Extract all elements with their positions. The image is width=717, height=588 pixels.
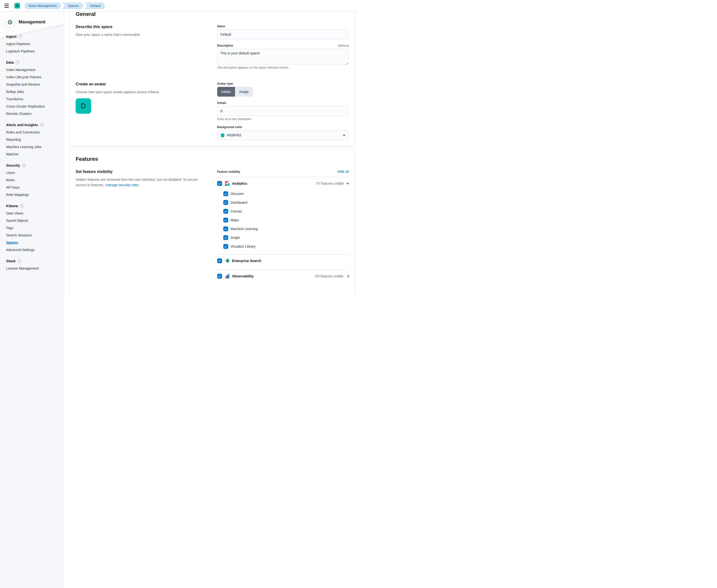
initials-label: Initials (217, 101, 226, 105)
nav-section-kibana: Kibana ? Data Views Saved Objects Tags S… (6, 204, 61, 253)
help-icon[interactable]: ? (18, 259, 21, 263)
feature-group-observability: Observability 5/5 features visible (217, 270, 349, 281)
feature-group-name: Enterprise Search (232, 259, 261, 263)
section-label: Kibana (6, 204, 18, 208)
sidebar-item-users[interactable]: Users (6, 169, 61, 176)
sidebar-item-roles[interactable]: Roles (6, 176, 61, 184)
describe-space-heading: Describe this space (76, 25, 207, 29)
general-panel: General Describe this space Give your sp… (69, 5, 355, 146)
graph-checkbox[interactable] (223, 235, 228, 240)
enterprise-search-checkbox[interactable] (217, 258, 222, 263)
sidebar-item-api-keys[interactable]: API keys (6, 184, 61, 191)
sidebar-nav: Ingest ? Ingest Pipelines Logstash Pipel… (0, 28, 64, 272)
analytics-sub-features: Discover Dashboard Canvas Maps Machine L… (217, 189, 349, 251)
space-avatar[interactable]: D (14, 3, 20, 8)
help-icon[interactable]: ? (16, 61, 19, 64)
avatar-type-button-group: Initials Image (217, 87, 253, 97)
section-label: Alerts and Insights (6, 123, 38, 127)
canvas-checkbox[interactable] (223, 209, 228, 214)
help-icon[interactable]: ? (22, 164, 26, 167)
discover-checkbox[interactable] (223, 191, 228, 196)
analytics-checkbox[interactable] (217, 181, 222, 186)
manage-security-roles-link[interactable]: manage security roles (105, 183, 139, 187)
menu-icon[interactable] (4, 3, 9, 9)
sub-feature-label: Maps (231, 218, 239, 222)
sidebar-item-logstash-pipelines[interactable]: Logstash Pipelines (6, 47, 61, 55)
section-label: Stack (6, 259, 16, 263)
optional-label: Optional (338, 44, 349, 47)
help-icon[interactable]: ? (20, 204, 23, 208)
sidebar-item-license-management[interactable]: License Management (6, 265, 61, 272)
help-icon[interactable]: ? (40, 123, 44, 127)
avatar-preview: D (76, 98, 91, 114)
sidebar-item-advanced-settings[interactable]: Advanced Settings (6, 246, 61, 253)
dashboard-checkbox[interactable] (223, 200, 228, 205)
create-avatar-text: Choose how your space avatar appears acr… (76, 89, 207, 94)
sub-feature-label: Discover (231, 192, 244, 196)
avatar-type-initials-button[interactable]: Initials (217, 87, 235, 97)
sidebar-item-saved-objects[interactable]: Saved Objects (6, 217, 61, 224)
nav-section-stack: Stack ? License Management (6, 259, 61, 272)
sidebar-item-search-sessions[interactable]: Search Sessions (6, 232, 61, 239)
enterprise-search-app-icon (225, 258, 230, 263)
feature-group-name: Analytics (232, 182, 247, 185)
visualize-library-checkbox[interactable] (223, 244, 228, 249)
sidebar-item-watcher[interactable]: Watcher (6, 150, 61, 158)
nav-section-ingest: Ingest ? Ingest Pipelines Logstash Pipel… (6, 35, 61, 55)
sidebar-item-remote-clusters[interactable]: Remote Clusters (6, 110, 61, 117)
sidebar-item-role-mappings[interactable]: Role Mappings (6, 191, 61, 198)
hide-all-link[interactable]: Hide all (337, 170, 349, 173)
sidebar-item-rollup-jobs[interactable]: Rollup Jobs (6, 88, 61, 96)
chevron-down-icon (343, 133, 345, 136)
sidebar-title: Management (19, 20, 45, 25)
avatar-type-image-button[interactable]: Image (235, 87, 253, 97)
sidebar-item-transforms[interactable]: Transforms (6, 96, 61, 103)
sidebar-item-data-views[interactable]: Data Views (6, 210, 61, 217)
background-color-select[interactable]: #00BFB3 (217, 130, 349, 140)
feature-visibility-label: Feature visibility (217, 170, 240, 173)
maps-checkbox[interactable] (223, 218, 228, 223)
analytics-app-icon (225, 181, 230, 186)
sidebar-item-rules-and-connectors[interactable]: Rules and Connectors (6, 129, 61, 136)
observability-checkbox[interactable] (217, 274, 222, 279)
feature-group-analytics: Analytics 7/7 features visible (217, 177, 349, 189)
help-icon[interactable]: ? (19, 35, 22, 39)
nav-section-alerts-insights: Alerts and Insights ? Rules and Connecto… (6, 123, 61, 158)
breadcrumb: Stack Management Spaces Default (24, 2, 105, 9)
observability-feature-count: 5/5 features visible (315, 274, 343, 278)
sidebar-item-index-management[interactable]: Index Management (6, 66, 61, 74)
feature-group-enterprise-search: Enterprise Search (217, 254, 349, 266)
set-feature-visibility-heading: Set feature visibility (76, 170, 207, 174)
sidebar-item-reporting[interactable]: Reporting (6, 136, 61, 143)
space-description-textarea[interactable]: This is your default space! (217, 49, 349, 64)
sidebar-item-snapshot-and-restore[interactable]: Snapshot and Restore (6, 81, 61, 88)
machine-learning-checkbox[interactable] (223, 226, 228, 231)
sidebar-item-index-lifecycle-policies[interactable]: Index Lifecycle Policies (6, 74, 61, 81)
sidebar-item-spaces[interactable]: Spaces (6, 239, 61, 246)
sidebar-item-ingest-pipelines[interactable]: Ingest Pipelines (6, 40, 61, 47)
chevron-right-icon (346, 275, 349, 277)
observability-features-toggle[interactable]: 5/5 features visible (315, 274, 349, 278)
describe-space-text: Give your space a name that's memorable. (76, 32, 207, 37)
space-name-input[interactable] (217, 29, 349, 39)
initials-input[interactable] (217, 106, 349, 116)
features-title: Features (76, 156, 349, 162)
nav-section-data: Data ? Index Management Index Lifecycle … (6, 61, 61, 117)
sidebar-item-cross-cluster-replication[interactable]: Cross-Cluster Replication (6, 103, 61, 110)
sidebar-item-tags[interactable]: Tags (6, 224, 61, 232)
nav-section-security: Security ? Users Roles API keys Role Map… (6, 164, 61, 198)
gear-icon (5, 17, 15, 27)
sidebar-item-machine-learning-jobs[interactable]: Machine Learning Jobs (6, 143, 61, 150)
background-color-label: Background color (217, 125, 242, 129)
sub-feature-label: Dashboard (231, 201, 247, 205)
feature-group-name: Observability (232, 274, 254, 278)
sub-feature-label: Canvas (231, 209, 242, 213)
sub-feature-label: Machine Learning (231, 227, 258, 231)
initials-help-text: Enter up to two characters. (217, 117, 349, 121)
breadcrumb-default[interactable]: Default (84, 2, 105, 9)
avatar-type-label: Avatar type (217, 82, 233, 85)
section-label: Security (6, 164, 20, 167)
breadcrumb-spaces[interactable]: Spaces (62, 2, 84, 9)
analytics-features-toggle[interactable]: 7/7 features visible (315, 182, 349, 185)
breadcrumb-stack-management[interactable]: Stack Management (24, 2, 61, 9)
